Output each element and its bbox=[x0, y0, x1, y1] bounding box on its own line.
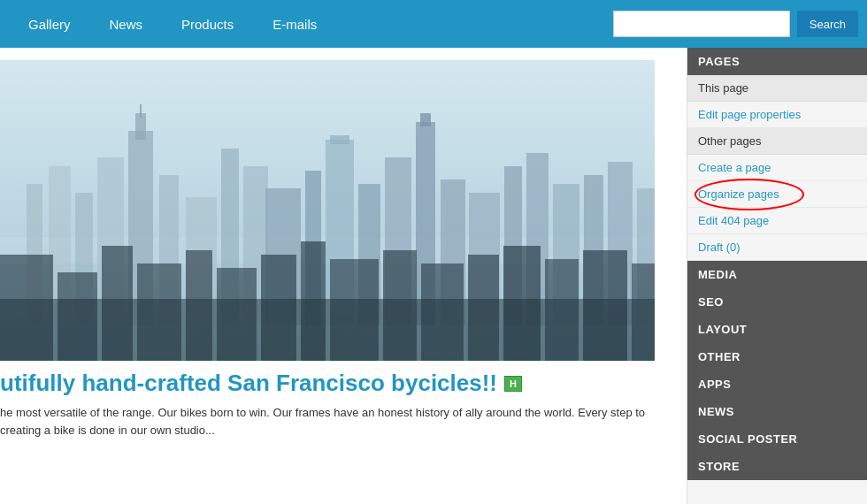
social-poster-header[interactable]: SOCIAL POSTER bbox=[687, 425, 867, 453]
svg-rect-33 bbox=[137, 263, 181, 361]
main-layout: utifully hand-crafted San Francisco byci… bbox=[0, 48, 867, 504]
organize-pages-link[interactable]: Organize pages bbox=[687, 181, 867, 208]
svg-rect-30 bbox=[0, 255, 53, 361]
svg-rect-32 bbox=[102, 246, 133, 361]
organize-pages-wrapper: Organize pages bbox=[687, 181, 867, 208]
content-title: utifully hand-crafted San Francisco byci… bbox=[0, 370, 687, 397]
svg-rect-8 bbox=[140, 104, 142, 118]
svg-rect-16 bbox=[330, 135, 349, 144]
search-area: Search bbox=[613, 11, 858, 37]
svg-rect-44 bbox=[583, 250, 627, 361]
this-page-group-label: This page bbox=[687, 75, 867, 102]
edit-404-link[interactable]: Edit 404 page bbox=[687, 208, 867, 234]
apps-header[interactable]: APPS bbox=[687, 370, 867, 398]
svg-rect-40 bbox=[421, 263, 464, 361]
svg-rect-42 bbox=[503, 246, 541, 361]
top-nav: Gallery News Products E-mails Search bbox=[0, 0, 867, 48]
pages-header[interactable]: PAGES bbox=[687, 48, 867, 75]
content-text: utifully hand-crafted San Francisco byci… bbox=[0, 361, 687, 439]
svg-rect-37 bbox=[301, 241, 326, 361]
edit-page-properties-link[interactable]: Edit page properties bbox=[687, 102, 867, 128]
nav-news[interactable]: News bbox=[90, 0, 163, 48]
media-header[interactable]: MEDIA bbox=[687, 261, 867, 288]
h-badge: H bbox=[504, 376, 522, 392]
content-body: he most versatile of the range. Our bike… bbox=[0, 404, 687, 439]
svg-rect-35 bbox=[217, 268, 257, 361]
draft-link[interactable]: Draft (0) bbox=[687, 234, 867, 261]
hero-image bbox=[0, 60, 655, 361]
store-header[interactable]: STORE bbox=[687, 453, 867, 480]
other-header[interactable]: OTHER bbox=[687, 343, 867, 370]
news-sidebar-header[interactable]: NEWS bbox=[687, 398, 867, 425]
nav-products[interactable]: Products bbox=[162, 0, 253, 48]
svg-rect-31 bbox=[58, 272, 97, 361]
svg-rect-38 bbox=[330, 259, 379, 361]
svg-rect-41 bbox=[468, 255, 499, 361]
layout-header[interactable]: LAYOUT bbox=[687, 316, 867, 343]
svg-rect-45 bbox=[632, 263, 655, 361]
svg-rect-43 bbox=[545, 259, 579, 361]
content-area: utifully hand-crafted San Francisco byci… bbox=[0, 48, 687, 504]
svg-rect-39 bbox=[383, 250, 417, 361]
search-input[interactable] bbox=[613, 11, 790, 37]
svg-rect-36 bbox=[261, 255, 296, 361]
nav-emails[interactable]: E-mails bbox=[253, 0, 336, 48]
svg-rect-20 bbox=[420, 113, 431, 126]
create-page-link[interactable]: Create a page bbox=[687, 155, 867, 181]
search-button[interactable]: Search bbox=[797, 11, 858, 37]
nav-gallery[interactable]: Gallery bbox=[9, 0, 90, 48]
title-text: utifully hand-crafted San Francisco byci… bbox=[0, 370, 497, 397]
other-pages-group-label: Other pages bbox=[687, 128, 867, 155]
seo-header[interactable]: SEO bbox=[687, 288, 867, 316]
svg-rect-34 bbox=[186, 250, 212, 361]
sidebar: PAGES This page Edit page properties Oth… bbox=[687, 48, 867, 504]
